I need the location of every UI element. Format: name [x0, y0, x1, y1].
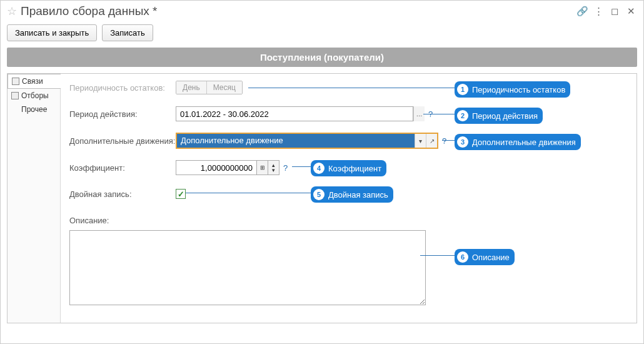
- callout-text: Описание: [472, 253, 510, 262]
- periodicity-month-button[interactable]: Месяц: [207, 81, 242, 94]
- sidebar-item-other[interactable]: Прочее: [8, 103, 60, 116]
- coef-input[interactable]: [176, 160, 257, 175]
- row-period: Период действия: … ?: [69, 106, 628, 121]
- period-label: Период действия:: [69, 109, 176, 119]
- callout-3: 3 Дополнительные движения: [455, 134, 581, 150]
- periodicity-toggle[interactable]: День Месяц: [176, 81, 243, 94]
- sidebar-item-label: Отборы: [21, 91, 49, 100]
- row-desc-label: Описание:: [69, 213, 628, 228]
- spin-down-icon[interactable]: ▾: [272, 168, 275, 173]
- filters-icon: [11, 92, 19, 99]
- desc-label: Описание:: [69, 216, 176, 225]
- callout-text: Дополнительные движения: [472, 138, 576, 147]
- period-input[interactable]: [176, 106, 413, 121]
- addmove-field[interactable]: Дополнительное движение ▾ ↗: [176, 133, 438, 149]
- favorite-star-icon[interactable]: ☆: [7, 4, 17, 18]
- callout-text: Период действия: [472, 111, 538, 121]
- link-icon[interactable]: 🔗: [576, 6, 588, 17]
- save-button[interactable]: Записать: [102, 24, 153, 41]
- callout-line-4: [292, 166, 311, 167]
- main-panel: Связи Отборы Прочее Периодичность остатк…: [7, 73, 637, 323]
- callout-text: Двойная запись: [328, 190, 388, 200]
- double-checkbox[interactable]: ✓: [176, 189, 186, 199]
- addmove-help-icon[interactable]: ?: [442, 136, 446, 146]
- form-content: Периодичность остатков: День Месяц Перио…: [61, 74, 636, 323]
- callout-4: 4 Коэффициент: [311, 160, 386, 176]
- callout-num: 4: [313, 163, 325, 174]
- close-icon[interactable]: ✕: [625, 6, 637, 17]
- coef-calc-button[interactable]: ⊞: [257, 160, 268, 175]
- more-icon[interactable]: ⋮: [592, 6, 605, 17]
- save-and-close-button[interactable]: Записать и закрыть: [7, 24, 97, 41]
- coef-help-icon[interactable]: ?: [283, 163, 288, 173]
- addmove-dropdown-button[interactable]: ▾: [415, 134, 426, 148]
- callout-num: 3: [457, 136, 468, 148]
- callout-2: 2 Период действия: [455, 108, 543, 124]
- periodicity-day-button[interactable]: День: [176, 81, 207, 94]
- sidebar: Связи Отборы Прочее: [8, 74, 61, 323]
- sidebar-item-links[interactable]: Связи: [8, 74, 61, 89]
- callout-text: Периодичность остатков: [472, 85, 565, 94]
- links-icon: [12, 78, 19, 85]
- addmove-label: Дополнительные движения:: [69, 136, 176, 146]
- toolbar: Записать и закрыть Записать: [1, 22, 643, 48]
- callout-6: 6 Описание: [455, 249, 515, 265]
- titlebar: ☆ Правило сбора данных * 🔗 ⋮ ◻ ✕: [1, 1, 643, 22]
- callout-line-5: [186, 193, 311, 193]
- coef-label: Коэффициент:: [69, 163, 176, 173]
- desc-textarea[interactable]: [69, 230, 426, 305]
- sidebar-item-label: Связи: [22, 77, 43, 86]
- double-label: Двойная запись:: [69, 190, 176, 199]
- callout-line-2: [423, 114, 455, 114]
- callout-5: 5 Двойная запись: [311, 186, 393, 203]
- callout-num: 6: [457, 251, 468, 263]
- window-box-icon[interactable]: ◻: [608, 6, 621, 17]
- periodicity-label: Периодичность остатков:: [69, 83, 176, 93]
- callout-num: 5: [313, 189, 325, 200]
- callout-line-6: [420, 255, 455, 256]
- callout-num: 2: [457, 110, 468, 121]
- sidebar-item-label: Прочее: [21, 105, 47, 114]
- callout-text: Коэффициент: [328, 164, 381, 173]
- addmove-open-button[interactable]: ↗: [426, 134, 437, 148]
- callout-num: 1: [457, 84, 468, 95]
- callout-line-1: [248, 88, 455, 88]
- window-title: Правило сбора данных *: [21, 4, 572, 18]
- sidebar-item-filters[interactable]: Отборы: [8, 89, 60, 103]
- coef-spinner[interactable]: ▴ ▾: [268, 160, 279, 175]
- section-header: Поступления (покупатели): [7, 48, 637, 67]
- callout-1: 1 Периодичность остатков: [455, 81, 570, 98]
- callout-line-3: [442, 140, 455, 141]
- addmove-value: Дополнительное движение: [177, 134, 415, 148]
